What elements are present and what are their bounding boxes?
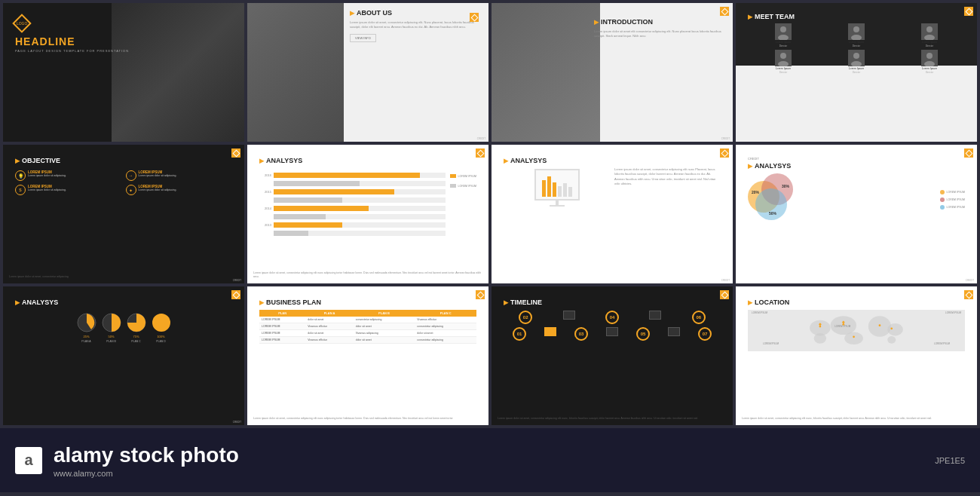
slides-grid: LOGO HEADLINE PAGE LAYOUT DESIGN TEMPLAT… <box>0 0 980 428</box>
tl-num-6: 06 <box>692 311 706 324</box>
pie-item-4: 100% PLAN D <box>151 312 172 343</box>
alamy-website: www.alamy.com <box>54 469 239 478</box>
obj-content: ▶ OBJECTIVE 💡 LOREM IPSUM Lorem ipsum do… <box>9 151 238 201</box>
view-info-button[interactable]: VIEW INFO <box>350 34 376 42</box>
bars-bottom: Lorem ipsum dolor sit amet, consectetur … <box>253 271 482 280</box>
plan-bottom: Lorem ipsum dolor sit amet, consectetur … <box>253 417 482 421</box>
venn-pct-2: 30% <box>782 184 789 188</box>
obj-credit: CREDIT <box>233 279 241 282</box>
monitor-screen <box>534 169 580 201</box>
pie-value-1: 25% <box>83 335 89 338</box>
plan-cell-3-1: dolor sit amet <box>305 330 353 337</box>
intro-content: ▶ INTRODUCTION Lorem ipsum dolor sit ame… <box>594 18 727 39</box>
svg-point-23 <box>814 333 827 344</box>
obj-icon-2: → <box>126 170 136 181</box>
plan-row-4: LOREM IPSUM Vivamus efficitur dolor sit … <box>259 337 476 344</box>
avatar-3 <box>921 23 938 40</box>
plan-col-3: PLAN C <box>415 310 476 317</box>
plan-cell-3-2: Vivamus adipiscing <box>354 330 415 337</box>
team-member-4: Lorem Ipsum Director <box>748 50 819 74</box>
loc-label-1: LOREM IPSUM <box>752 311 767 314</box>
map-svg <box>748 310 965 351</box>
slide-analysys-bars: ▶ ANALYSYS 2016 <box>247 145 488 283</box>
member-title-3: Director <box>926 44 934 47</box>
bar-row-1: 2016 <box>259 173 446 178</box>
member-title-6: Director <box>926 71 934 74</box>
svg-point-32 <box>879 324 881 326</box>
plan-cell-2-1: Vivamus efficitur <box>305 323 353 330</box>
venn-diagram: 20% 30% 50% <box>748 173 808 226</box>
plan-diamond-icon <box>476 291 484 299</box>
legend-item-2: LOREM IPSUM <box>450 184 476 188</box>
obj-title-text: OBJECTIVE <box>22 157 60 164</box>
loc-bottom: Lorem ipsum dolor sit amet, consectetur … <box>742 417 971 421</box>
svg-point-16 <box>926 53 933 59</box>
member-title-4: Director <box>779 71 788 74</box>
bar-fill-2b <box>274 197 342 203</box>
intro-diamond-icon <box>721 8 728 15</box>
loc-diamond-icon <box>965 291 972 299</box>
obj-text-2: LOREM IPSUM Lorem ipsum dolor sit adipis… <box>139 170 177 178</box>
venn-legend: LOREM IPSUM LOREM IPSUM LOREM IPSUM <box>940 190 965 210</box>
headline-subtitle: PAGE LAYOUT DESIGN TEMPLATE FOR PRESENTA… <box>15 49 232 53</box>
slide-analysys-monitor: ▶ ANALYSYS <box>492 145 733 283</box>
world-map: LOREM IPSUM LOREM IPSUM LOREM IPSUM LORE… <box>748 310 965 351</box>
svg-point-31 <box>853 335 855 338</box>
obj-icon-3: $ <box>15 185 26 195</box>
bars-legend: LOREM IPSUM LOREM IPSUM <box>450 168 476 239</box>
team-arrow-icon: ▶ <box>748 14 752 20</box>
venn-content: CREDIT ▶ ANALYSYS 20% 30% 50% <box>742 151 971 232</box>
slide-headline: LOGO HEADLINE PAGE LAYOUT DESIGN TEMPLAT… <box>3 3 244 142</box>
bars-title: ▶ ANALYSYS <box>259 157 476 164</box>
venn-credit: CREDIT <box>748 157 965 161</box>
venn-legend-label-3: LOREM IPSUM <box>946 206 965 209</box>
obj-bottom: Lorem ipsum dolor sit amet, consectetur … <box>9 275 238 279</box>
bars-chart-area: 2016 2015 <box>259 168 476 239</box>
plan-cell-3-0: LOREM IPSUM <box>259 330 305 337</box>
pie-chart-3 <box>126 312 147 333</box>
plan-cell-1-3: Vivamus efficitur <box>415 317 476 323</box>
pie-label-1: PLAN A <box>81 340 90 343</box>
monitor-right: Lorem ipsum dolor sit amet, consectetur … <box>614 157 721 207</box>
bar-year-3: 2014 <box>259 207 271 210</box>
tl-num-2: 02 <box>519 311 532 324</box>
legend-label-1: LOREM IPSUM <box>458 175 476 178</box>
member-name-5: Lorem Ipsum <box>849 67 864 70</box>
pie-chart-1 <box>76 312 97 333</box>
svg-point-33 <box>890 327 893 329</box>
intro-credit: CREDIT <box>721 137 730 140</box>
plan-cell-2-3: consectetur adipiscing <box>415 323 476 330</box>
bars-diamond-icon <box>476 149 484 157</box>
loc-content: ▶ LOCATION <box>742 292 971 357</box>
bar-fill-2 <box>274 189 394 194</box>
about-arrow-icon: ▶ <box>350 10 354 17</box>
legend-item-1: LOREM IPSUM <box>450 174 476 178</box>
avatar-1 <box>775 23 792 40</box>
monitor-arrow-icon: ▶ <box>504 158 508 164</box>
about-bg-blur <box>247 3 344 142</box>
bar-fill-4 <box>274 222 342 228</box>
bars-content: ▶ ANALYSYS 2016 <box>253 151 482 245</box>
bar-track-4b <box>274 231 446 236</box>
pie-content: ▶ ANALYSYS 25% PLAN A <box>9 292 238 349</box>
obj-icon-1: 💡 <box>15 170 26 181</box>
plan-table-header: PLAN PLAN A PLAN B PLAN C <box>259 310 476 317</box>
plan-cell-1-0: LOREM IPSUM <box>259 317 305 323</box>
bar-row-4b <box>259 231 446 236</box>
plan-row-3: LOREM IPSUM dolor sit amet Vivamus adipi… <box>259 330 476 337</box>
plan-cell-1-2: consectetur adipiscing <box>354 317 415 323</box>
pie-arrow-icon: ▶ <box>15 299 20 306</box>
alamy-stock-code: JPE1E5 <box>935 456 965 465</box>
monitor-title-text: ANALYSYS <box>510 157 547 164</box>
bar-row-2b <box>259 197 446 203</box>
monitor-title: ▶ ANALYSYS <box>504 157 610 164</box>
obj-desc-2: Lorem ipsum dolor sit adipiscing. <box>139 174 177 178</box>
alamy-brand-area: alamy stock photo www.alamy.com <box>54 443 239 478</box>
avatar-6 <box>921 50 938 66</box>
bars-icon-box <box>476 148 485 158</box>
member-title-1: Director <box>779 44 788 47</box>
avatar-2 <box>848 23 865 40</box>
team-member-1: Lorem Ipsum Director <box>748 23 819 47</box>
intro-bg-blur <box>492 3 600 142</box>
plan-cell-4-0: LOREM IPSUM <box>259 337 305 344</box>
